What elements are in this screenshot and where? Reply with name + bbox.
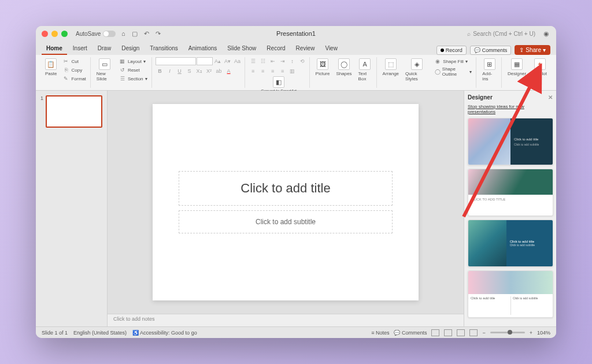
shapes-button[interactable]: ◯Shapes bbox=[334, 57, 354, 77]
toggle-switch[interactable] bbox=[103, 31, 116, 37]
picture-button[interactable]: 🖼Picture bbox=[313, 57, 332, 77]
comments-button[interactable]: 💬Comments bbox=[470, 46, 512, 55]
search-box[interactable]: ⌕ Search (Cmd + Ctrl + U) bbox=[467, 31, 535, 37]
reading-view-button[interactable] bbox=[457, 329, 465, 336]
copy-icon: ⎘ bbox=[62, 66, 69, 73]
section-button[interactable]: ☰Section▾ bbox=[117, 75, 149, 83]
language-indicator[interactable]: English (United States) bbox=[73, 330, 127, 336]
maximize-window-button[interactable] bbox=[61, 31, 68, 37]
format-painter-button[interactable]: ✎Format bbox=[61, 75, 87, 83]
autosave-toggle[interactable]: AutoSave bbox=[76, 31, 116, 37]
align-center-button[interactable]: ≡ bbox=[258, 67, 268, 75]
font-color-button[interactable]: A bbox=[224, 67, 234, 75]
layout-button[interactable]: ▦Layout▾ bbox=[117, 57, 149, 65]
slide-canvas[interactable]: Click to add title Click to add subtitle bbox=[108, 91, 464, 314]
chevron-down-icon: ▾ bbox=[543, 47, 546, 53]
zoom-out-button[interactable]: − bbox=[482, 330, 485, 336]
close-pane-icon[interactable]: ✕ bbox=[548, 94, 553, 101]
shapes-icon: ◯ bbox=[338, 58, 350, 70]
superscript-button[interactable]: X² bbox=[205, 67, 214, 75]
normal-view-button[interactable] bbox=[431, 329, 439, 336]
strikethrough-button[interactable]: S bbox=[185, 67, 194, 75]
titlebar: AutoSave ⌂ ▢ ↶ ↷ Presentation1 ⌕ Search … bbox=[36, 26, 556, 41]
new-slide-icon: ▭ bbox=[99, 58, 110, 70]
redo-icon[interactable]: ↷ bbox=[154, 29, 162, 38]
font-size-select[interactable] bbox=[197, 57, 213, 65]
align-left-button[interactable]: ≡ bbox=[249, 67, 258, 75]
undo-icon[interactable]: ↶ bbox=[142, 29, 150, 38]
tab-home[interactable]: Home bbox=[42, 43, 67, 55]
paste-button[interactable]: 📋Paste bbox=[43, 57, 59, 77]
underline-button[interactable]: U bbox=[175, 67, 184, 75]
columns-button[interactable]: ▥ bbox=[288, 67, 297, 75]
accessibility-indicator[interactable]: ♿ Accessibility: Good to go bbox=[132, 330, 197, 336]
copilot-button[interactable]: ✦Copilot bbox=[530, 57, 549, 77]
reset-button[interactable]: ↺Reset bbox=[117, 66, 149, 74]
align-right-button[interactable]: ≡ bbox=[268, 67, 278, 75]
design-suggestion-3[interactable]: Click to add titleClick to add subtitle bbox=[468, 220, 553, 267]
bullets-button[interactable]: ☰ bbox=[249, 57, 258, 65]
tab-view[interactable]: View bbox=[320, 43, 342, 55]
subscript-button[interactable]: X₂ bbox=[195, 67, 204, 75]
tab-slide-show[interactable]: Slide Show bbox=[223, 43, 261, 55]
text-box-button[interactable]: AText Box bbox=[356, 57, 374, 83]
design-suggestion-2[interactable]: CLICK TO ADD TITLE bbox=[468, 169, 553, 216]
zoom-slider[interactable] bbox=[490, 332, 525, 333]
outline-icon: ◯ bbox=[434, 68, 441, 75]
tab-record[interactable]: Record bbox=[262, 43, 290, 55]
tab-draw[interactable]: Draw bbox=[93, 43, 116, 55]
shape-fill-button[interactable]: ◉Shape Fill▾ bbox=[432, 57, 473, 65]
highlight-button[interactable]: ab bbox=[214, 67, 224, 75]
ribbon-tabs: Home Insert Draw Design Transitions Anim… bbox=[36, 41, 556, 55]
designer-stop-link[interactable]: Stop showing ideas for new presentations bbox=[468, 104, 553, 114]
increase-font-icon[interactable]: A▴ bbox=[213, 57, 223, 65]
record-button[interactable]: Record bbox=[436, 46, 467, 55]
bold-button[interactable]: B bbox=[156, 67, 165, 75]
decrease-indent-button[interactable]: ⇤ bbox=[268, 57, 278, 65]
slide-thumbnail-1[interactable] bbox=[46, 95, 102, 128]
share-button[interactable]: ⇪Share▾ bbox=[515, 45, 550, 55]
user-avatar-icon[interactable]: ◉ bbox=[542, 29, 550, 38]
new-slide-button[interactable]: ▭New Slide bbox=[94, 57, 116, 83]
sorter-view-button[interactable] bbox=[444, 329, 452, 336]
cut-button[interactable]: ✂Cut bbox=[61, 57, 87, 65]
comments-toggle[interactable]: 💬 Comments bbox=[394, 330, 427, 336]
zoom-in-button[interactable]: + bbox=[530, 330, 532, 336]
tab-transitions[interactable]: Transitions bbox=[145, 43, 183, 55]
chevron-down-icon: ▾ bbox=[143, 59, 146, 64]
decrease-font-icon[interactable]: A▾ bbox=[223, 57, 232, 65]
text-direction-button[interactable]: ⟲ bbox=[298, 57, 307, 65]
notes-pane[interactable]: Click to add notes bbox=[108, 314, 464, 326]
minimize-window-button[interactable] bbox=[51, 31, 58, 37]
tab-design[interactable]: Design bbox=[117, 43, 144, 55]
copy-button[interactable]: ⎘Copy bbox=[61, 66, 87, 74]
designer-button[interactable]: ▦Designer bbox=[505, 57, 528, 77]
addins-button[interactable]: ⊞Add-ins bbox=[480, 57, 499, 83]
italic-button[interactable]: I bbox=[165, 67, 175, 75]
subtitle-placeholder[interactable]: Click to add subtitle bbox=[179, 210, 393, 233]
slide-thumbnails-panel: 1 bbox=[36, 91, 108, 326]
zoom-level[interactable]: 104% bbox=[537, 330, 550, 336]
title-placeholder[interactable]: Click to add title bbox=[179, 171, 393, 206]
design-suggestion-4[interactable]: Click to add titleClick to add subtitle bbox=[468, 270, 553, 318]
font-family-select[interactable] bbox=[156, 57, 196, 65]
notes-toggle[interactable]: ≡ Notes bbox=[371, 330, 389, 336]
increase-indent-button[interactable]: ⇥ bbox=[278, 57, 287, 65]
line-spacing-button[interactable]: ↕ bbox=[288, 57, 297, 65]
shape-outline-button[interactable]: ◯Shape Outline▾ bbox=[432, 66, 473, 77]
clear-format-icon[interactable]: Aa bbox=[233, 57, 242, 65]
slide-counter[interactable]: Slide 1 of 1 bbox=[42, 330, 68, 336]
tab-review[interactable]: Review bbox=[291, 43, 320, 55]
tab-animations[interactable]: Animations bbox=[184, 43, 221, 55]
justify-button[interactable]: ≡ bbox=[278, 67, 287, 75]
arrange-button[interactable]: ⬚Arrange bbox=[380, 57, 401, 77]
tab-insert[interactable]: Insert bbox=[68, 43, 92, 55]
close-window-button[interactable] bbox=[42, 31, 48, 37]
section-icon: ☰ bbox=[119, 75, 126, 82]
design-suggestion-1[interactable]: Click to add titleClick to add subtitle bbox=[468, 118, 553, 165]
save-icon[interactable]: ▢ bbox=[131, 29, 139, 38]
home-icon[interactable]: ⌂ bbox=[119, 29, 127, 38]
slideshow-view-button[interactable] bbox=[469, 329, 478, 336]
quick-styles-button[interactable]: ◈Quick Styles bbox=[403, 57, 431, 83]
numbering-button[interactable]: ☷ bbox=[258, 57, 268, 65]
